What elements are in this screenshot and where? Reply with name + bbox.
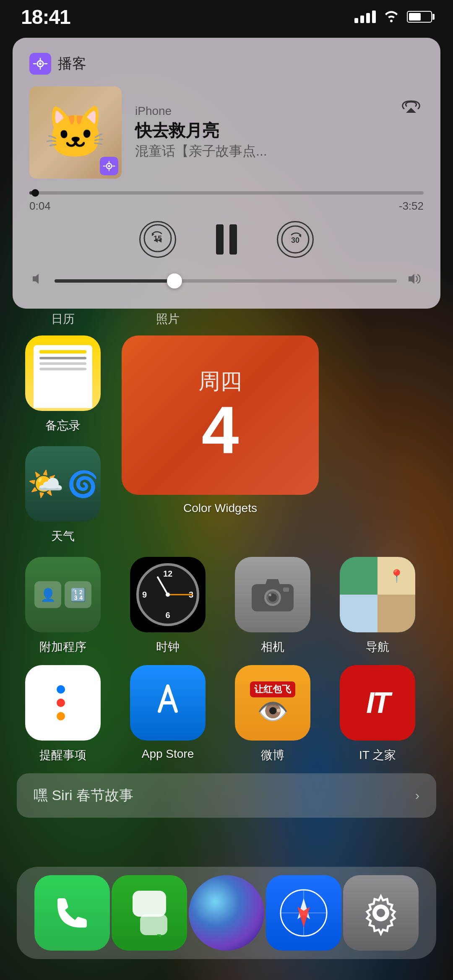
- track-subtitle: 混童话【亲子故事点...: [135, 142, 424, 161]
- siri-orb-icon: [189, 875, 264, 951]
- color-widget[interactable]: 周四 4: [122, 335, 319, 495]
- volume-high-icon: [405, 270, 424, 292]
- appstore-label: App Store: [142, 747, 194, 761]
- podcast-badge: [100, 157, 118, 175]
- app-row-3: 提醒事项 App Store 让红包飞 👁️: [17, 665, 436, 763]
- device-name: iPhone: [135, 104, 424, 118]
- app-clock[interactable]: 12 3 6 9 时钟: [122, 557, 214, 655]
- notes-label: 备忘录: [45, 418, 81, 434]
- volume-section: [29, 270, 424, 292]
- weather-label: 天气: [51, 528, 75, 544]
- status-bar: 18:41: [0, 0, 453, 34]
- app-notes[interactable]: 备忘录: [17, 335, 109, 434]
- podcast-app-icon: [29, 53, 51, 75]
- dock: [17, 867, 436, 959]
- card-header: 播客: [29, 53, 424, 75]
- weibo-label: 微博: [261, 747, 284, 763]
- left-column: 备忘录 🌤️ 🌀 天气: [17, 335, 109, 544]
- clock-icon: 12 3 6 9: [130, 557, 206, 632]
- camera-label: 相机: [261, 639, 284, 655]
- siri-suggestion-text: 嘿 Siri 春节故事: [34, 786, 407, 805]
- svg-point-14: [269, 594, 271, 596]
- chevron-right-icon: ›: [415, 788, 419, 803]
- track-info: iPhone 快去救月亮 混童话【亲子故事点...: [135, 104, 424, 161]
- weibo-icon: 让红包飞 👁️: [235, 665, 310, 741]
- skip-forward-button[interactable]: 30: [277, 221, 314, 258]
- widget-label: Color Widgets: [183, 502, 257, 515]
- app-camera[interactable]: 相机: [226, 557, 319, 655]
- now-playing-card: 播客 🐱 iPhone 快去救月亮 混童话【亲子故事点...: [13, 38, 440, 309]
- app-row-1: 备忘录 🌤️ 🌀 天气 周四 4 Color Widgets: [17, 335, 436, 544]
- partial-label-calendar: 日历: [17, 311, 109, 327]
- notes-icon: [25, 335, 101, 411]
- volume-fill: [55, 279, 174, 283]
- pause-button[interactable]: [210, 223, 243, 256]
- app-reminders[interactable]: 提醒事项: [17, 665, 109, 763]
- battery-icon: [407, 11, 432, 23]
- signal-icon: [354, 10, 376, 23]
- dock-safari[interactable]: [266, 875, 341, 951]
- volume-low-icon: [29, 270, 46, 291]
- ithome-label: IT 之家: [359, 747, 396, 763]
- card-body: 🐱 iPhone 快去救月亮 混童话【亲子故事点...: [29, 86, 424, 179]
- time-labels: 0:04 -3:52: [29, 200, 424, 213]
- reminders-icon: [25, 665, 101, 741]
- airplay-button[interactable]: [398, 92, 424, 117]
- appstore-icon: [130, 665, 206, 741]
- volume-slider[interactable]: [55, 279, 397, 283]
- dock-siri[interactable]: [189, 875, 264, 951]
- pause-bar-right: [229, 224, 237, 255]
- app-weather[interactable]: 🌤️ 🌀 天气: [17, 446, 109, 544]
- app-utilities[interactable]: 👤 🔢 附加程序: [17, 557, 109, 655]
- dock-phone[interactable]: [34, 875, 110, 951]
- svg-rect-15: [283, 587, 289, 592]
- color-widget-container: 周四 4 Color Widgets: [122, 335, 319, 515]
- siri-suggestion-bar[interactable]: 嘿 Siri 春节故事 ›: [17, 773, 436, 818]
- ithome-icon: IT: [340, 665, 415, 741]
- pause-bar-left: [216, 224, 224, 255]
- app-appstore[interactable]: App Store: [122, 665, 214, 763]
- podcast-app-label: 播客: [58, 54, 86, 73]
- remaining-time: -3:52: [399, 200, 424, 213]
- reminders-label: 提醒事项: [39, 747, 86, 763]
- dock-settings[interactable]: [343, 875, 419, 951]
- app-maps[interactable]: 📍 导航: [331, 557, 424, 655]
- clock-label: 时钟: [156, 639, 180, 655]
- dock-wechat[interactable]: [112, 875, 187, 951]
- maps-icon: 📍: [340, 557, 415, 632]
- settings-icon: [343, 875, 419, 951]
- partial-label-photos: 照片: [122, 311, 214, 327]
- svg-text:30: 30: [291, 236, 299, 244]
- app-ithome[interactable]: IT IT 之家: [331, 665, 424, 763]
- camera-icon: [235, 557, 310, 632]
- svg-point-3: [108, 165, 110, 167]
- safari-icon: [266, 875, 341, 951]
- progress-thumb: [31, 189, 39, 197]
- track-title: 快去救月亮: [135, 120, 424, 140]
- app-row-2: 👤 🔢 附加程序 12 3 6 9: [17, 557, 436, 655]
- wechat-icon: [112, 875, 187, 951]
- skip-back-button[interactable]: 15: [139, 221, 176, 258]
- utilities-icon: 👤 🔢: [25, 557, 101, 632]
- weather-icon: 🌤️ 🌀: [25, 446, 101, 522]
- volume-thumb: [167, 273, 182, 289]
- status-icons: [354, 8, 432, 26]
- widget-date: 4: [202, 396, 239, 463]
- utilities-label: 附加程序: [39, 639, 86, 655]
- home-screen: 日历 照片 备忘录 🌤️: [0, 302, 453, 826]
- current-time: 0:04: [29, 200, 51, 213]
- album-art: 🐱: [29, 86, 122, 179]
- progress-section: 0:04 -3:52 15: [29, 191, 424, 292]
- svg-point-1: [39, 62, 42, 65]
- wifi-icon: [383, 8, 400, 26]
- progress-bar[interactable]: [29, 191, 424, 195]
- status-time: 18:41: [21, 5, 70, 29]
- maps-label: 导航: [366, 639, 389, 655]
- phone-icon: [34, 875, 110, 951]
- playback-controls: 15 30: [29, 221, 424, 258]
- app-weibo[interactable]: 让红包飞 👁️ 微博: [226, 665, 319, 763]
